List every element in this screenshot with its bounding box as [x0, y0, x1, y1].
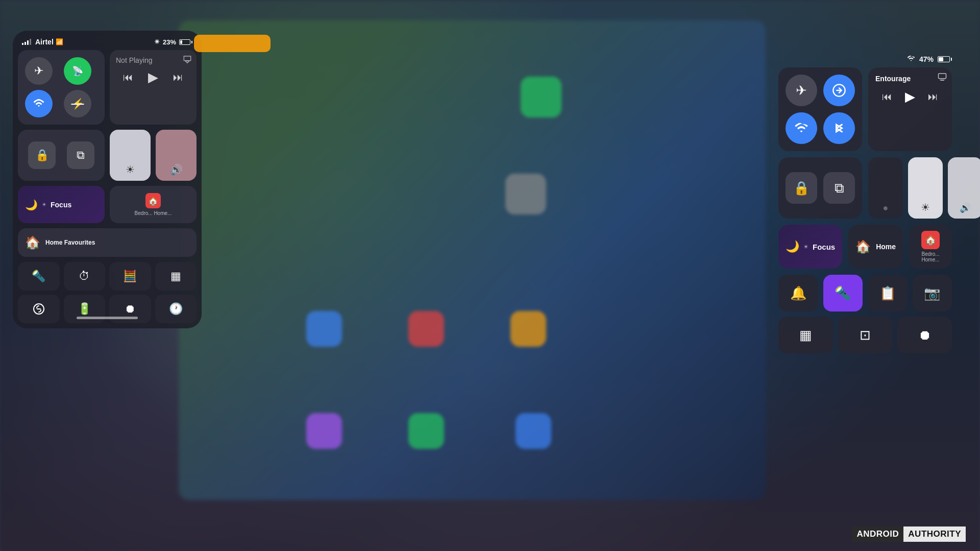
right-volume-icon: 🔊 — [960, 202, 971, 213]
battery-icon-left — [179, 39, 192, 45]
right-row3: 🌙 ☀ Focus 🏠 Home 🏠 Bedro... Home... — [778, 225, 952, 269]
brand-authority: AUTHORITY — [903, 526, 966, 542]
right-brightness-slider[interactable]: ☀ — [908, 157, 943, 219]
carrier-name: Airtel — [35, 38, 54, 46]
right-bell-button[interactable]: 🔔 — [778, 275, 818, 312]
focus-label-left: Focus — [51, 201, 71, 209]
branding: ANDROID AUTHORITY — [852, 526, 966, 542]
tools-row: 🔦 ⏱ 🧮 ▦ — [18, 262, 197, 291]
right-battery-percent: 47% — [919, 55, 934, 63]
home-indicator — [77, 317, 138, 319]
right-sliders: ● ☀ 🔊 — [868, 157, 980, 219]
right-window-button[interactable]: ⊡ — [838, 317, 893, 353]
bg-app-icon — [516, 413, 551, 449]
media-not-playing: Not Playing — [116, 56, 190, 64]
focus-moon-icon: 🌙 — [25, 199, 38, 211]
right-screen-lock-button[interactable]: 🔒 — [786, 172, 817, 204]
right-media-rewind[interactable]: ⏮ — [882, 91, 892, 103]
focus-block-left[interactable]: 🌙 ☀ Focus — [18, 186, 105, 223]
right-control-panel: 47% ✈ Entourage — [778, 55, 952, 353]
status-left: Airtel 📶 — [22, 38, 63, 46]
right-focus-block[interactable]: 🌙 ☀ Focus — [778, 225, 842, 269]
bg-app-icon — [306, 413, 342, 449]
right-note-button[interactable]: 📋 — [868, 275, 908, 312]
airplay-icon-left — [183, 55, 191, 65]
right-home-block[interactable]: 🏠 Home — [848, 225, 903, 269]
right-media-app-name: Entourage — [875, 75, 945, 83]
media-controls-left: ⏮ ▶ ⏭ — [116, 69, 190, 85]
right-home-label: Home — [876, 243, 896, 251]
right-qr-button[interactable]: ▦ — [778, 317, 833, 353]
media-player-left: Not Playing ⏮ ▶ ⏭ — [110, 50, 197, 125]
bg-app-icon — [306, 311, 342, 347]
right-media-forward[interactable]: ⏭ — [928, 91, 938, 103]
shazam-button[interactable] — [18, 295, 60, 323]
right-dark-slider-icon: ● — [883, 203, 889, 213]
wifi-button-left[interactable] — [25, 90, 53, 117]
home-label-left: Home Favourites — [45, 239, 95, 246]
right-status-bar: 47% — [778, 55, 952, 63]
signal-bars — [22, 39, 31, 45]
right-bedroom-label: Bedro... Home... — [915, 251, 946, 262]
right-bottom-icons-row: ▦ ⊡ ⏺ — [778, 317, 952, 353]
right-bedroom-widget[interactable]: 🏠 Bedro... Home... — [909, 225, 952, 269]
media-rewind-left[interactable]: ⏮ — [123, 71, 133, 83]
home-favourites-block[interactable]: 🏠 Home Favourites — [18, 228, 197, 257]
screen-lock-button[interactable]: 🔒 — [28, 141, 56, 169]
right-home-icon: 🏠 — [855, 239, 871, 254]
screen-mirror-button[interactable]: ⧉ — [67, 141, 94, 169]
right-wifi-button[interactable] — [786, 112, 817, 144]
timer-button[interactable]: ⏱ — [64, 262, 106, 291]
sliders-group: ☀ 🔊 — [110, 130, 197, 181]
right-icons-row: 🔔 🔦 📋 📷 — [778, 275, 952, 312]
cellular-button[interactable]: 📡 — [64, 57, 91, 85]
left-control-panel: Airtel 📶 ☀ 23% ✈ 📡 ⚡ — [13, 31, 202, 328]
right-dark-slider[interactable]: ● — [868, 157, 903, 219]
bluetooth-button-left[interactable]: ⚡ — [64, 90, 91, 117]
right-row1: ✈ Entourage ⏮ ▶ ⏭ — [778, 67, 952, 151]
brightness-icon-left: ☀ — [126, 163, 135, 176]
right-wifi-icon — [907, 55, 915, 63]
yellow-notification-bar — [194, 35, 271, 52]
bedroom-label-left: Bedro... Home... — [135, 210, 172, 216]
signal-bar-4 — [30, 39, 31, 45]
status-bar: Airtel 📶 ☀ 23% — [18, 36, 197, 50]
right-lock-screen-block: 🔒 ⧉ — [778, 157, 862, 219]
airplane-mode-button[interactable]: ✈ — [25, 57, 53, 85]
signal-bar-1 — [22, 43, 23, 45]
right-bluetooth-button[interactable] — [823, 112, 855, 144]
carrier-wifi-icon: 📶 — [56, 38, 63, 45]
background-map — [179, 20, 766, 500]
volume-icon-left: 🔊 — [170, 163, 183, 176]
right-screen-mirror-button[interactable]: ⧉ — [823, 172, 855, 204]
qr-code-button[interactable]: ▦ — [155, 262, 197, 291]
right-flashlight-button[interactable]: 🔦 — [823, 275, 863, 312]
flashlight-button[interactable]: 🔦 — [18, 262, 60, 291]
right-focus-moon-icon: 🌙 — [786, 240, 799, 253]
right-record-button[interactable]: ⏺ — [897, 317, 952, 353]
right-airdrop-button[interactable] — [823, 75, 855, 106]
brightness-slider-left[interactable]: ☀ — [110, 130, 151, 181]
bg-app-icon — [521, 77, 561, 117]
clock-button[interactable]: 🕐 — [155, 295, 197, 323]
right-battery-icon — [938, 56, 952, 62]
brand-android: ANDROID — [852, 526, 903, 542]
right-media-play[interactable]: ▶ — [905, 89, 915, 105]
calculator-button[interactable]: 🧮 — [109, 262, 151, 291]
right-camera-button[interactable]: 📷 — [913, 275, 952, 312]
bedroom-widget-left[interactable]: 🏠 Bedro... Home... — [110, 186, 197, 223]
media-play-left[interactable]: ▶ — [148, 69, 158, 85]
svg-rect-2 — [939, 74, 946, 79]
volume-slider-left[interactable]: 🔊 — [156, 130, 197, 181]
bg-app-icon — [505, 174, 546, 214]
right-airplane-button[interactable]: ✈ — [786, 75, 817, 106]
lock-mirror-block: 🔒 ⧉ — [18, 130, 105, 181]
right-focus-sub-icon: ☀ — [803, 244, 808, 250]
connectivity-block-left: ✈ 📡 ⚡ — [18, 50, 105, 125]
right-volume-slider[interactable]: 🔊 — [948, 157, 980, 219]
status-right: ☀ 23% — [154, 38, 192, 46]
home-icon-left: 🏠 — [25, 235, 40, 250]
brightness-icon-status: ☀ — [154, 38, 160, 45]
focus-sub-icon: ☀ — [42, 202, 46, 207]
media-forward-left[interactable]: ⏭ — [173, 71, 183, 83]
